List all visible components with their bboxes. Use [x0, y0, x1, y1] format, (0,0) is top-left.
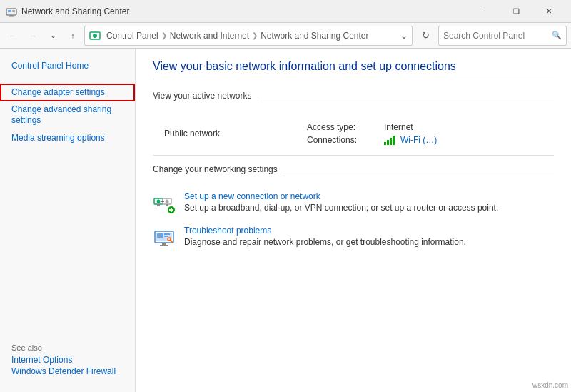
close-button[interactable]: ✕	[532, 0, 565, 23]
see-also-section: See also Internet Options Windows Defend…	[0, 335, 135, 383]
title-bar: Network and Sharing Center − ❑ ✕	[0, 0, 571, 23]
troubleshoot-icon	[153, 226, 176, 248]
troubleshoot-text: Troubleshoot problems Diagnose and repai…	[184, 226, 466, 247]
svg-rect-2	[12, 10, 15, 12]
svg-point-11	[166, 200, 169, 203]
change-settings-section: Change your networking settings	[153, 155, 554, 248]
breadcrumb-sharing-center[interactable]: Network and Sharing Center	[261, 31, 368, 41]
svg-rect-20	[157, 233, 163, 238]
wifi-bar-2	[387, 140, 389, 145]
network-name: Public network	[164, 129, 307, 139]
wifi-bar-4	[393, 136, 395, 145]
change-settings-title: Change your networking settings	[153, 164, 278, 174]
svg-point-10	[157, 200, 161, 203]
troubleshoot-desc: Diagnose and repair network problems, or…	[184, 237, 466, 247]
breadcrumb-bar: Control Panel ❯ Network and Internet ❯ N…	[84, 26, 413, 46]
svg-rect-4	[9, 16, 14, 16]
setup-connection-link[interactable]: Set up a new connection or network	[184, 191, 498, 201]
setup-connection-text: Set up a new connection or network Set u…	[184, 191, 498, 213]
svg-rect-3	[10, 15, 13, 16]
sidebar-item-change-adapter[interactable]: Change adapter settings	[0, 84, 135, 101]
connections-label: Connections:	[307, 135, 378, 145]
troubleshoot-link[interactable]: Troubleshoot problems	[184, 226, 466, 236]
watermark: wsxdn.com	[532, 381, 568, 389]
page-title: View your basic network information and …	[153, 60, 554, 79]
access-type-value: Internet	[384, 122, 413, 132]
active-networks-title: View your active networks	[153, 91, 252, 101]
search-input[interactable]	[443, 31, 552, 41]
svg-point-6	[93, 34, 97, 38]
address-bar: ← → ⌄ ↑ Control Panel ❯ Network and Inte…	[0, 23, 571, 49]
window-controls: − ❑ ✕	[467, 0, 565, 23]
wifi-icon	[384, 135, 395, 145]
restore-button[interactable]: ❑	[500, 0, 532, 23]
network-row: Public network Access type: Internet Con…	[153, 112, 554, 155]
see-also-label: See also	[11, 343, 123, 352]
window-title: Network and Sharing Center	[21, 6, 467, 16]
refresh-button[interactable]: ↻	[415, 26, 435, 46]
wifi-bars	[384, 135, 395, 145]
setup-connection-item: Set up a new connection or network Set u…	[153, 191, 554, 214]
breadcrumb-control-panel[interactable]: Control Panel	[106, 31, 158, 41]
setup-connection-icon	[153, 191, 176, 214]
sidebar-item-change-advanced[interactable]: Change advanced sharing settings	[0, 101, 135, 129]
connections-row: Connections: Wi-Fi (…)	[307, 135, 437, 145]
svg-rect-24	[160, 245, 168, 246]
minimize-button[interactable]: −	[467, 0, 500, 23]
see-also-windows-firewall[interactable]: Windows Defender Firewall	[11, 366, 123, 376]
sidebar-item-control-panel-home[interactable]: Control Panel Home	[0, 57, 135, 75]
breadcrumb-dropdown[interactable]: ⌄	[400, 31, 408, 41]
forward-button[interactable]: →	[24, 27, 41, 44]
search-icon[interactable]: 🔍	[552, 31, 562, 40]
content-area: View your basic network information and …	[136, 49, 571, 392]
troubleshoot-item: Troubleshoot problems Diagnose and repai…	[153, 226, 554, 248]
back-button[interactable]: ←	[4, 27, 21, 44]
sidebar: Control Panel Home Change adapter settin…	[0, 49, 136, 392]
setup-connection-desc: Set up a broadband, dial-up, or VPN conn…	[184, 203, 498, 213]
breadcrumb-network-internet[interactable]: Network and Internet	[170, 31, 249, 41]
dropdown-button[interactable]: ⌄	[44, 27, 61, 44]
network-details: Access type: Internet Connections:	[307, 122, 437, 145]
svg-rect-13	[157, 204, 160, 206]
up-button[interactable]: ↑	[64, 27, 81, 44]
see-also-internet-options[interactable]: Internet Options	[11, 355, 123, 365]
access-type-label: Access type:	[307, 122, 378, 132]
app-icon	[6, 6, 17, 17]
wifi-bar-1	[384, 142, 386, 145]
search-box: 🔍	[438, 26, 567, 46]
access-type-row: Access type: Internet	[307, 122, 437, 132]
svg-rect-23	[162, 243, 166, 245]
main-layout: Control Panel Home Change adapter settin…	[0, 49, 571, 392]
active-networks-section: View your active networks Public network…	[153, 91, 554, 155]
wifi-connection-link[interactable]: Wi-Fi (…)	[400, 135, 437, 145]
svg-rect-14	[166, 204, 168, 206]
svg-rect-1	[8, 10, 11, 12]
wifi-bar-3	[390, 138, 392, 145]
sidebar-item-media-streaming[interactable]: Media streaming options	[0, 129, 135, 147]
